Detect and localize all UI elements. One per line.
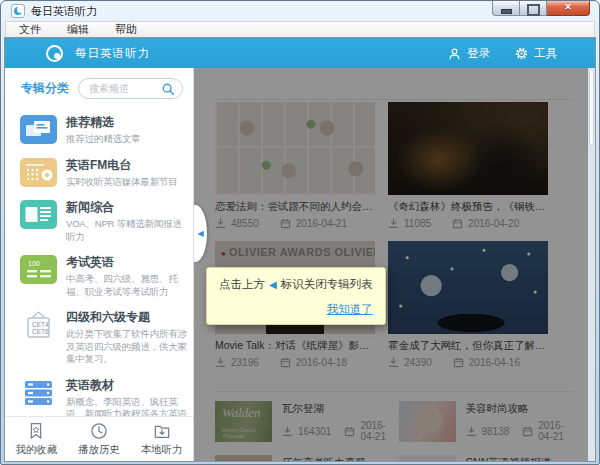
sidebar-tab-bar: 我的收藏 播放历史 本地听力	[5, 416, 193, 461]
category-subtitle: 推荐过的精选文章	[66, 133, 140, 146]
folder-download-icon	[152, 421, 172, 441]
search-icon[interactable]	[161, 82, 175, 96]
menu-item-file[interactable]: 文件	[6, 22, 54, 37]
tab-favorites[interactable]: 我的收藏	[5, 417, 68, 461]
window-title: 每日英语听力	[31, 4, 97, 19]
got-it-link[interactable]: 我知道了	[327, 303, 373, 315]
scrollbar	[588, 68, 595, 461]
app-header: 每日英语听力 登录 工具	[5, 38, 595, 68]
cet-badge-icon: CET4CET6	[20, 310, 57, 339]
login-button[interactable]: 登录	[447, 46, 490, 61]
gear-icon	[514, 46, 529, 61]
tooltip-text: 点击上方◀标识关闭专辑列表	[219, 277, 373, 292]
window-controls	[492, 1, 590, 16]
category-subtitle: 实时收听英语媒体最新节目	[66, 176, 178, 189]
category-subtitle: 新概念、李阳英语、疯狂英语、新闻听力教程等各方英语教材听力	[66, 396, 191, 417]
textbook-shelf-icon	[20, 378, 57, 407]
app-window-icon	[11, 4, 25, 18]
category-subtitle: 中高考、四六级、雅思、托福、职业考试等考试听力	[66, 273, 191, 298]
svg-text:100: 100	[28, 260, 40, 267]
category-item-exam[interactable]: 100 考试英语中高考、四六级、雅思、托福、职业考试等考试听力	[5, 248, 193, 303]
bookmark-star-icon	[26, 421, 46, 441]
tab-label: 我的收藏	[15, 443, 57, 457]
app-frame: 每日英语听力 登录 工具 专辑分类	[5, 38, 595, 461]
chevron-left-icon: ◀	[197, 229, 203, 238]
menubar: 文件 编辑 帮助	[5, 21, 595, 38]
chevron-left-icon: ◀	[269, 279, 277, 290]
tab-history[interactable]: 播放历史	[68, 417, 131, 461]
svg-text:CET6: CET6	[32, 328, 49, 335]
tab-label: 本地听力	[141, 443, 183, 457]
app-name: 每日英语听力	[75, 46, 150, 61]
category-item-news[interactable]: 新闻综合VOA、NPR 等精选新闻报道听力	[5, 193, 193, 248]
tab-label: 播放历史	[78, 443, 120, 457]
category-subtitle: 此分类下收集了软件内所有涉及英语四六级的频道，供大家集中复习。	[66, 328, 191, 366]
menu-item-edit[interactable]: 编辑	[54, 22, 102, 37]
news-icon	[20, 200, 57, 229]
tutorial-tooltip: 点击上方◀标识关闭专辑列表 我知道了	[206, 267, 386, 325]
category-title: 考试英语	[66, 254, 191, 271]
category-item-recommended[interactable]: 推荐精选推荐过的精选文章	[5, 108, 193, 151]
category-item-textbook[interactable]: 英语教材新概念、李阳英语、疯狂英语、新闻听力教程等各方英语教材听力	[5, 371, 193, 417]
category-list: 推荐精选推荐过的精选文章 英语FM电台实时收听英语媒体最新节目 新闻综合VOA、…	[5, 106, 193, 416]
category-item-fm-radio[interactable]: 英语FM电台实时收听英语媒体最新节目	[5, 151, 193, 194]
radio-icon	[20, 158, 57, 187]
channel-search-input[interactable]	[89, 83, 161, 94]
category-title: 推荐精选	[66, 114, 140, 131]
sidebar: 专辑分类 推荐精选推荐过的精选文章 英语FM电台实时收听英语媒体最新节目	[5, 68, 194, 461]
sidebar-title: 专辑分类	[21, 80, 69, 97]
user-icon	[447, 46, 462, 61]
dim-overlay	[194, 68, 595, 461]
menu-item-help[interactable]: 帮助	[102, 22, 150, 37]
recommend-icon	[20, 115, 57, 144]
category-title: 英语教材	[66, 377, 191, 394]
tab-local[interactable]: 本地听力	[130, 417, 193, 461]
minimize-button[interactable]	[492, 1, 520, 16]
scrollbar-thumb[interactable]	[589, 69, 594, 145]
close-button[interactable]	[547, 1, 590, 16]
clock-icon	[89, 421, 109, 441]
category-title: 英语FM电台	[66, 157, 178, 174]
tools-button[interactable]: 工具	[514, 46, 557, 61]
content-area: 恋爱法则：尝试跟不同的人约会吧~ 48550 2016-04-21 《奇幻森林》…	[194, 68, 595, 461]
category-item-cet[interactable]: CET4CET6 四级和六级专题此分类下收集了软件内所有涉及英语四六级的频道，供…	[5, 303, 193, 371]
exam-score-icon: 100	[20, 255, 57, 284]
svg-text:CET4: CET4	[32, 321, 49, 328]
app-window: 每日英语听力 文件 编辑 帮助 每日英语听力 登录 工具	[0, 0, 600, 465]
channel-search-box[interactable]	[78, 78, 183, 99]
window-titlebar[interactable]: 每日英语听力	[5, 1, 595, 21]
category-title: 新闻综合	[66, 199, 191, 216]
maximize-button[interactable]	[520, 1, 547, 16]
category-title: 四级和六级专题	[66, 309, 191, 326]
app-body: 专辑分类 推荐精选推荐过的精选文章 英语FM电台实时收听英语媒体最新节目	[5, 68, 595, 461]
category-subtitle: VOA、NPR 等精选新闻报道听力	[66, 218, 191, 243]
app-logo-icon	[46, 45, 63, 62]
